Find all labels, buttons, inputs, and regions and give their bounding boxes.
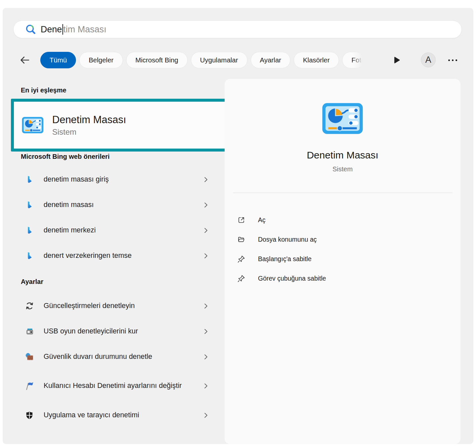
bing-suggestion-row[interactable]: denetim masası — [13, 192, 212, 218]
annotation-highlight-box: Denetim Masası Sistem — [11, 99, 250, 152]
play-icon — [391, 55, 401, 65]
tab-documents[interactable]: Belgeler — [79, 52, 123, 68]
more-options-button[interactable] — [445, 55, 460, 65]
section-bing-suggestions: Microsoft Bing web önerileri — [21, 153, 110, 160]
security-shield-icon — [24, 410, 34, 420]
account-avatar[interactable]: A — [421, 52, 436, 67]
bing-suggestion-row[interactable]: denetim masası giriş — [13, 167, 212, 192]
tab-label: Ayarlar — [260, 56, 281, 64]
tab-label: Uygulamalar — [200, 56, 238, 64]
chevron-right-icon[interactable] — [202, 201, 209, 209]
search-input[interactable]: Denetim Masası — [13, 20, 462, 38]
divider — [233, 192, 452, 193]
search-completion-text: tim Masası — [63, 24, 107, 35]
more-dots-icon — [456, 59, 457, 61]
tab-label: Klasörler — [303, 56, 330, 64]
detail-subtitle: Sistem — [225, 165, 460, 173]
settings-result-row[interactable]: USB oyun denetleyicilerini kur — [13, 319, 212, 344]
section-settings: Ayarlar — [21, 278, 43, 286]
action-label: Dosya konumunu aç — [258, 236, 317, 243]
open-external-icon — [237, 216, 245, 224]
chevron-right-icon[interactable] — [202, 252, 209, 259]
bing-suggestion-row[interactable]: denetim merkezi — [13, 218, 212, 243]
chevron-right-icon[interactable] — [202, 227, 209, 234]
detail-actions-list: Aç Dosya konumunu aç Başlangıç'a sabitle — [237, 210, 422, 288]
detail-title: Denetim Masası — [225, 150, 460, 161]
back-button[interactable] — [18, 54, 31, 66]
refresh-icon — [24, 301, 34, 311]
settings-result-row[interactable]: Uygulama ve tarayıcı denetimi — [13, 402, 212, 428]
tab-bing[interactable]: Microsoft Bing — [126, 52, 188, 68]
tab-label: Microsoft Bing — [135, 56, 178, 64]
avatar-letter: A — [425, 55, 431, 65]
search-icon — [25, 24, 36, 35]
best-match-subtitle: Sistem — [52, 127, 126, 137]
tab-label: Fotoğraflar — [351, 56, 364, 64]
uac-flag-icon — [24, 381, 34, 391]
action-open-file-location[interactable]: Dosya konumunu aç — [237, 230, 422, 249]
usb-controller-icon — [24, 327, 34, 336]
best-match-texts: Denetim Masası Sistem — [52, 114, 126, 137]
filter-tabs-row: Tümü Belgeler Microsoft Bing Uygulamalar… — [18, 52, 463, 69]
settings-result-label: USB oyun denetleyicilerini kur — [44, 326, 138, 336]
search-typed-text: Dene — [41, 24, 62, 35]
action-label: Görev çubuğuna sabitle — [258, 275, 326, 282]
action-label: Başlangıç'a sabitle — [258, 255, 311, 263]
bing-suggestion-row[interactable]: denert verzekeringen temse — [13, 243, 212, 268]
section-best-match: En iyi eşleşme — [21, 86, 66, 94]
bing-icon — [24, 175, 34, 185]
folder-icon — [237, 235, 245, 244]
bing-suggestion-label: denetim masası — [44, 200, 94, 210]
settings-result-row[interactable]: Güvenlik duvarı durumunu denetle — [13, 344, 212, 369]
control-panel-icon — [22, 117, 44, 134]
tab-label: Belgeler — [89, 56, 113, 64]
bing-icon — [24, 251, 34, 261]
action-pin-to-start[interactable]: Başlangıç'a sabitle — [237, 249, 422, 269]
bing-suggestion-label: denetim merkezi — [44, 225, 96, 235]
chevron-right-icon[interactable] — [202, 328, 209, 335]
bing-suggestion-label: denetim masası giriş — [44, 174, 109, 185]
settings-results-list: Güncelleştirmeleri denetleyin USB oyun d… — [13, 293, 212, 428]
pin-icon — [237, 255, 245, 263]
result-detail-pane: Denetim Masası Sistem Aç Dosya konumunu … — [225, 79, 460, 444]
settings-result-row[interactable]: Kullanıcı Hesabı Denetimi ayarlarını değ… — [13, 369, 212, 402]
back-arrow-icon — [19, 54, 30, 66]
search-query-text: Denetim Masası — [41, 24, 106, 35]
more-dots-icon — [448, 59, 450, 61]
scroll-tabs-right-button[interactable] — [391, 54, 402, 66]
bing-icon — [24, 225, 34, 235]
tab-settings[interactable]: Ayarlar — [251, 52, 291, 68]
tab-photos-clipped[interactable]: Fotoğraflar — [342, 52, 364, 68]
more-dots-icon — [452, 59, 454, 61]
chevron-right-icon[interactable] — [202, 353, 209, 361]
pin-icon — [237, 274, 245, 283]
settings-result-label: Güvenlik duvarı durumunu denetle — [44, 352, 152, 362]
bing-suggestions-list: denetim masası giriş denetim masası dene… — [13, 167, 212, 268]
tab-all[interactable]: Tümü — [40, 52, 76, 68]
action-pin-to-taskbar[interactable]: Görev çubuğuna sabitle — [237, 269, 422, 288]
chevron-right-icon[interactable] — [202, 382, 209, 390]
settings-result-row[interactable]: Güncelleştirmeleri denetleyin — [13, 293, 212, 319]
chevron-right-icon[interactable] — [202, 176, 209, 183]
tab-label: Tümü — [50, 56, 67, 64]
settings-result-label: Kullanıcı Hesabı Denetimi ayarlarını değ… — [44, 381, 182, 391]
chevron-right-icon[interactable] — [202, 302, 209, 310]
best-match-title: Denetim Masası — [52, 114, 126, 126]
bing-icon — [24, 200, 34, 210]
chevron-right-icon[interactable] — [202, 412, 209, 419]
tab-folders[interactable]: Klasörler — [294, 52, 339, 68]
control-panel-icon-large — [322, 103, 363, 134]
bing-suggestion-label: denert verzekeringen temse — [44, 251, 132, 261]
settings-result-label: Güncelleştirmeleri denetleyin — [44, 301, 135, 311]
tab-apps[interactable]: Uygulamalar — [191, 52, 247, 68]
action-label: Aç — [258, 216, 266, 224]
filter-pills: Tümü Belgeler Microsoft Bing Uygulamalar… — [40, 52, 364, 68]
action-open[interactable]: Aç — [237, 210, 422, 230]
text-caret — [62, 24, 63, 35]
best-match-result[interactable]: Denetim Masası Sistem — [14, 102, 247, 149]
firewall-icon — [24, 352, 34, 362]
settings-result-label: Uygulama ve tarayıcı denetimi — [44, 410, 139, 420]
